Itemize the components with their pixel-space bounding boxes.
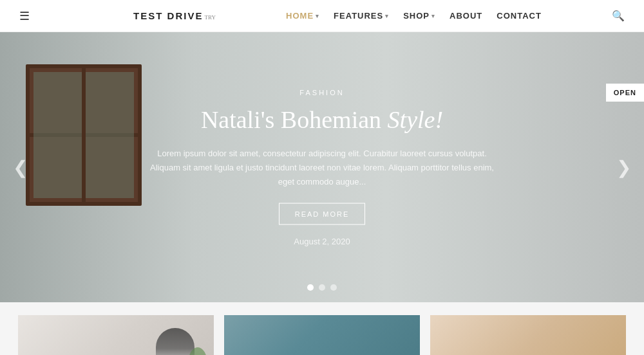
hero-description: Lorem ipsum dolor sit amet, consectetur …: [148, 146, 496, 188]
card-person-decoration: [156, 328, 194, 355]
nav-item-contact[interactable]: CONTACT: [491, 11, 547, 21]
read-more-button[interactable]: READ MORE: [279, 203, 366, 224]
main-nav: HOME ▾ FEATURES ▾ SHOP ▾ ABOUT CONTACT: [281, 11, 547, 21]
card-try-pro[interactable]: TRY PRO VERSION: [430, 315, 626, 355]
hero-title: Natali's Bohemian Style!: [148, 105, 496, 135]
next-slide-arrow[interactable]: ❯: [610, 150, 638, 185]
chevron-down-icon: ▾: [316, 13, 319, 19]
hero-window-decoration: [26, 64, 142, 206]
header: ☰ TEST DRIVE TRY HOME ▾ FEATURES ▾ SHOP …: [0, 0, 644, 32]
chevron-down-icon: ▾: [385, 13, 389, 19]
card-download[interactable]: DOWNLOAD: [18, 315, 214, 355]
chevron-down-icon: ▾: [431, 13, 435, 19]
card-1-background: [18, 315, 214, 355]
hero-content: FASHION Natali's Bohemian Style! Lorem i…: [148, 89, 496, 246]
search-icon[interactable]: 🔍: [612, 10, 625, 22]
open-tab[interactable]: OPEN: [606, 84, 644, 102]
cards-section: DOWNLOAD FEATURES TRY PRO VERSION: [0, 302, 644, 355]
hero-date: August 2, 2020: [148, 236, 496, 246]
slider-dot-3[interactable]: [330, 284, 337, 291]
prev-slide-arrow[interactable]: ❮: [6, 150, 34, 185]
nav-item-shop[interactable]: SHOP ▾: [398, 11, 440, 21]
nav-item-about[interactable]: ABOUT: [444, 11, 488, 21]
card-3-background: [430, 315, 626, 355]
header-left: ☰: [19, 9, 30, 23]
card-2-background: [224, 315, 420, 355]
nav-item-home[interactable]: HOME ▾: [281, 11, 325, 21]
nav-item-features[interactable]: FEATURES ▾: [328, 11, 394, 21]
hamburger-icon[interactable]: ☰: [19, 9, 30, 23]
hero-category: FASHION: [148, 89, 496, 96]
hero-slider: OPEN FASHION Natali's Bohemian Style! Lo…: [0, 32, 644, 302]
slider-dot-2[interactable]: [319, 284, 325, 291]
card-features[interactable]: FEATURES: [224, 315, 420, 355]
logo-try: TRY: [204, 14, 216, 21]
slider-dots: [307, 284, 337, 291]
logo-text: TEST DRIVE: [133, 10, 203, 21]
slider-dot-1[interactable]: [307, 284, 314, 291]
logo-area: TEST DRIVE TRY: [133, 10, 216, 21]
